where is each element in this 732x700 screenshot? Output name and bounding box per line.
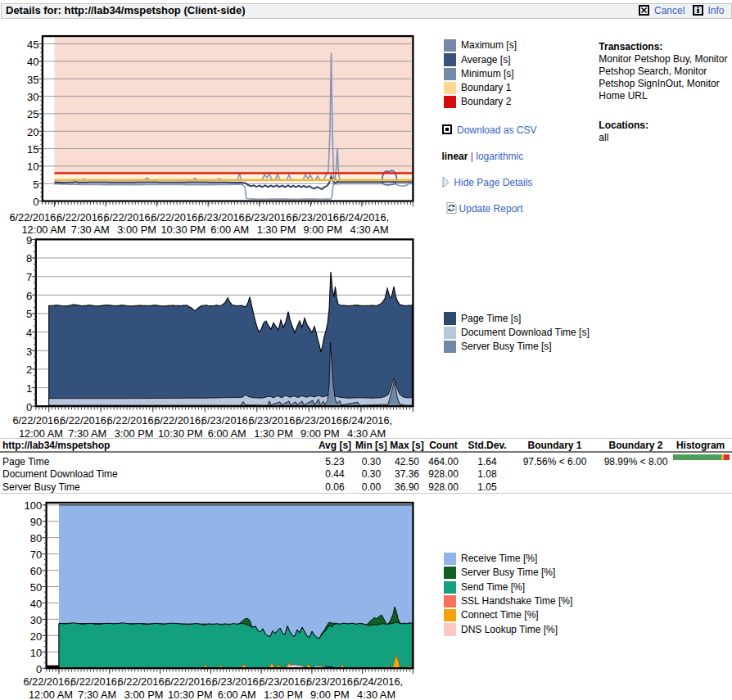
svg-text:6/23/2016,: 6/23/2016, <box>306 675 356 688</box>
svg-text:10:30 PM: 10:30 PM <box>168 689 213 700</box>
svg-text:9:00 PM: 9:00 PM <box>303 224 342 236</box>
svg-text:10: 10 <box>30 647 42 659</box>
svg-text:20: 20 <box>30 630 42 643</box>
svg-text:3: 3 <box>26 345 32 358</box>
svg-text:5: 5 <box>26 308 32 320</box>
svg-text:6/23/2016,: 6/23/2016, <box>245 211 295 224</box>
svg-text:5: 5 <box>33 178 38 191</box>
svg-text:70: 70 <box>30 549 42 561</box>
svg-text:3:00 PM: 3:00 PM <box>124 689 164 700</box>
svg-text:4:30 AM: 4:30 AM <box>357 689 395 700</box>
svg-text:6/22/2016,: 6/22/2016, <box>60 414 110 427</box>
svg-text:6/22/2016,: 6/22/2016, <box>12 414 62 427</box>
svg-text:30: 30 <box>30 614 42 626</box>
svg-text:6/23/2016,: 6/23/2016, <box>201 414 251 427</box>
svg-text:12:00 AM: 12:00 AM <box>29 689 73 700</box>
svg-text:80: 80 <box>30 532 42 544</box>
svg-text:6/22/2016,: 6/22/2016, <box>23 675 73 688</box>
svg-text:6/22/2016,: 6/22/2016, <box>151 211 201 224</box>
svg-text:6/22/2016,: 6/22/2016, <box>118 675 168 688</box>
svg-text:15: 15 <box>27 143 38 156</box>
svg-text:1:30 PM: 1:30 PM <box>264 689 303 700</box>
svg-text:6/23/2016,: 6/23/2016, <box>259 675 309 688</box>
svg-text:20: 20 <box>27 126 38 138</box>
svg-text:30: 30 <box>27 91 38 103</box>
svg-text:6/23/2016,: 6/23/2016, <box>248 414 298 427</box>
svg-text:0: 0 <box>26 401 32 413</box>
svg-text:6/22/2016,: 6/22/2016, <box>104 211 154 224</box>
svg-text:100: 100 <box>24 499 42 512</box>
svg-text:4: 4 <box>26 327 32 339</box>
svg-text:7:30 AM: 7:30 AM <box>71 224 110 236</box>
svg-text:0: 0 <box>36 663 42 675</box>
svg-text:6:00 AM: 6:00 AM <box>210 224 249 236</box>
svg-text:40: 40 <box>30 598 42 610</box>
svg-text:1: 1 <box>26 382 32 395</box>
svg-text:6/22/2016,: 6/22/2016, <box>56 211 106 224</box>
svg-text:25: 25 <box>27 108 38 120</box>
svg-text:6/22/2016,: 6/22/2016, <box>154 414 204 427</box>
svg-text:90: 90 <box>30 516 42 528</box>
svg-text:6/22/2016,: 6/22/2016, <box>70 675 120 688</box>
svg-text:9: 9 <box>26 234 32 246</box>
svg-text:40: 40 <box>27 56 38 68</box>
svg-text:6/24/2016,: 6/24/2016, <box>343 414 393 427</box>
svg-text:6/22/2016,: 6/22/2016, <box>165 675 215 688</box>
svg-text:3:00 PM: 3:00 PM <box>117 224 156 236</box>
svg-text:6/22/2016,: 6/22/2016, <box>9 211 59 224</box>
svg-text:6/24/2016,: 6/24/2016, <box>340 211 390 224</box>
svg-text:2: 2 <box>26 364 32 376</box>
svg-text:6/23/2016,: 6/23/2016, <box>292 211 342 224</box>
svg-text:4:30 AM: 4:30 AM <box>350 224 389 236</box>
svg-text:9:00 PM: 9:00 PM <box>310 689 350 700</box>
svg-text:6/24/2016,: 6/24/2016, <box>354 675 404 688</box>
svg-text:8: 8 <box>26 252 32 264</box>
svg-text:10: 10 <box>27 160 38 173</box>
svg-text:6/23/2016,: 6/23/2016, <box>212 675 262 688</box>
svg-text:10:30 PM: 10:30 PM <box>161 224 206 236</box>
svg-text:45: 45 <box>27 38 38 51</box>
svg-text:6: 6 <box>26 290 32 302</box>
svg-text:6/22/2016,: 6/22/2016, <box>107 414 157 427</box>
svg-text:6/23/2016,: 6/23/2016, <box>296 414 346 427</box>
svg-text:7: 7 <box>26 271 32 283</box>
svg-text:35: 35 <box>27 74 38 86</box>
svg-text:60: 60 <box>30 565 42 577</box>
svg-text:6/23/2016,: 6/23/2016, <box>198 211 247 224</box>
svg-text:50: 50 <box>30 581 42 594</box>
svg-text:1:30 PM: 1:30 PM <box>257 224 296 236</box>
svg-text:0: 0 <box>33 196 38 208</box>
svg-text:6:00 AM: 6:00 AM <box>218 689 256 700</box>
svg-text:7:30 AM: 7:30 AM <box>78 689 116 700</box>
